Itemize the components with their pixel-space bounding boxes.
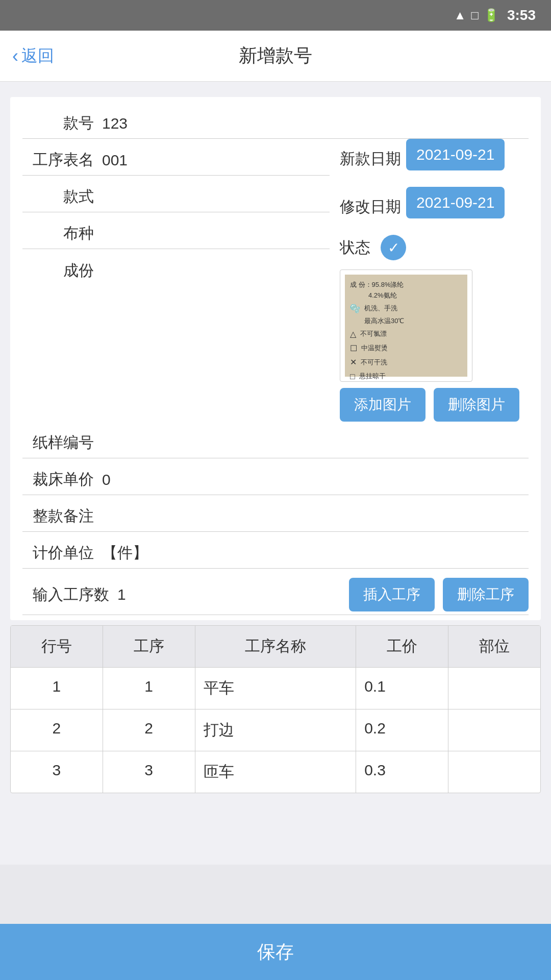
jijia-row: 计价单位 【件】: [22, 532, 529, 569]
kuanhao-label: 款号: [22, 113, 94, 134]
fabric-line4: 最高水温30℃: [350, 316, 462, 327]
cell-gongxu-mingcheng: 打边: [195, 709, 356, 751]
table-row[interactable]: 2 2 打边 0.2: [11, 709, 540, 751]
cell-gongjia: 0.2: [356, 709, 448, 751]
col-gongxu: 工序: [103, 626, 195, 668]
gongxu-biaoming-label: 工序表名: [22, 150, 94, 170]
fabric-label: 成 份：95.8%涤纶 4.2%氨纶 🫧 机洗、手洗 最高水温30℃ △ 不可氯…: [345, 275, 467, 377]
col-gongjia: 工价: [356, 626, 448, 668]
time-display: 3:53: [507, 7, 536, 23]
table-row[interactable]: 1 1 平车 0.1: [11, 668, 540, 709]
signal-icon: □: [471, 8, 479, 22]
col-buwei: 部位: [448, 626, 540, 668]
back-button[interactable]: ‹ 返回: [12, 45, 54, 67]
caichuang-danjia-value[interactable]: 0: [102, 471, 529, 488]
status-bar: ▲ □ 🔋 3:53: [0, 0, 551, 31]
cell-gongjia: 0.1: [356, 668, 448, 709]
cell-gongxu-mingcheng: 平车: [195, 668, 356, 709]
caichuang-danjia-label: 裁床单价: [22, 469, 94, 490]
left-column: 工序表名 001 款式 布种 成份: [22, 139, 330, 422]
xiugai-riqi-btn[interactable]: 2021-09-21: [406, 187, 505, 218]
process-action-buttons: 插入工序 删除工序: [349, 578, 529, 611]
cell-hanghao: 1: [11, 668, 103, 709]
jijia-value[interactable]: 【件】: [102, 543, 529, 564]
back-label: 返回: [21, 45, 54, 67]
cell-buwei: [448, 668, 540, 709]
kuanshi-row: 款式: [22, 176, 330, 212]
main-content: 款号 123 工序表名 001 款式: [0, 82, 551, 865]
col-gongxu-mingcheng: 工序名称: [195, 626, 356, 668]
process-count-row: 输入工序数 1 插入工序 删除工序: [22, 569, 529, 615]
delete-image-button[interactable]: 删除图片: [434, 388, 519, 422]
fabric-line7: 不可干洗: [361, 357, 387, 368]
zhuangtai-row: 状态 ✓: [340, 235, 529, 260]
xiugai-riqi-row: 修改日期 2021-09-21: [340, 187, 529, 227]
fabric-line6: 中温熨烫: [361, 343, 388, 354]
two-col-section: 工序表名 001 款式 布种 成份: [22, 139, 529, 422]
xinkuan-riqi-label: 新款日期: [340, 149, 401, 169]
form-body: 款号 123 工序表名 001 款式: [10, 97, 541, 620]
wifi-icon: ▲: [454, 8, 466, 22]
process-table: 行号 工序 工序名称 工价 部位 1 1 平车 0.1 2 2 打边 0.2 3…: [10, 625, 541, 793]
xinkuan-riqi-btn[interactable]: 2021-09-21: [406, 139, 505, 170]
zhengkuan-beizhu-row: 整款备注: [22, 495, 529, 532]
fabric-line1: 成 份：95.8%涤纶: [350, 280, 462, 290]
fabric-line5: 不可氯漂: [360, 329, 387, 339]
top-bar: ‹ 返回 新增款号: [0, 31, 551, 82]
fabric-line3: 机洗、手洗: [364, 303, 397, 314]
status-icons: ▲ □ 🔋: [454, 8, 499, 22]
image-buttons: 添加图片 删除图片: [340, 388, 529, 422]
kuanhao-value[interactable]: 123: [102, 115, 529, 132]
zhiyang-bianhao-row: 纸样编号: [22, 422, 529, 458]
cell-hanghao: 2: [11, 709, 103, 751]
page-title: 新增款号: [239, 43, 312, 68]
insert-process-button[interactable]: 插入工序: [349, 578, 435, 611]
add-image-button[interactable]: 添加图片: [340, 388, 425, 422]
caichuang-danjia-row: 裁床单价 0: [22, 458, 529, 495]
table-body: 1 1 平车 0.1 2 2 打边 0.2 3 3 匝车 0.3: [11, 668, 540, 793]
save-bar[interactable]: 保存: [0, 924, 551, 980]
col-hanghao: 行号: [11, 626, 103, 668]
table-header: 行号 工序 工序名称 工价 部位: [11, 626, 540, 668]
kuanhao-row: 款号 123: [22, 102, 529, 139]
kuanshi-label: 款式: [22, 186, 94, 207]
cell-gongxu-mingcheng: 匝车: [195, 751, 356, 793]
xiugai-riqi-label: 修改日期: [340, 197, 401, 217]
buzhong-label: 布种: [22, 223, 94, 244]
zhuangtai-label: 状态: [340, 237, 370, 258]
input-gongxu-label: 输入工序数: [22, 584, 109, 605]
zhiyang-bianhao-label: 纸样编号: [22, 432, 94, 453]
cell-buwei: [448, 751, 540, 793]
right-column: 新款日期 2021-09-21 修改日期 2021-09-21 状态 ✓: [340, 139, 529, 422]
gongxu-biaoming-row: 工序表名 001: [22, 139, 330, 176]
process-table-inner: 行号 工序 工序名称 工价 部位 1 1 平车 0.1 2 2 打边 0.2 3…: [11, 626, 540, 793]
cell-hanghao: 3: [11, 751, 103, 793]
jijia-label: 计价单位: [22, 543, 94, 564]
chengfen-label: 成份: [22, 260, 94, 281]
cell-gongxu: 2: [103, 709, 195, 751]
status-check[interactable]: ✓: [381, 235, 406, 260]
back-chevron-icon: ‹: [12, 47, 18, 65]
fabric-image-container: 成 份：95.8%涤纶 4.2%氨纶 🫧 机洗、手洗 最高水温30℃ △ 不可氯…: [340, 270, 472, 382]
process-count-left: 输入工序数 1: [22, 584, 126, 605]
gongxu-biaoming-value[interactable]: 001: [102, 152, 330, 169]
save-label: 保存: [257, 940, 294, 965]
fabric-line8: 悬挂晾干: [359, 371, 386, 382]
cell-gongxu: 1: [103, 668, 195, 709]
zhengkuan-beizhu-label: 整款备注: [22, 506, 94, 527]
chengfen-row: 成份: [22, 249, 330, 286]
header-row: 行号 工序 工序名称 工价 部位: [11, 626, 540, 668]
cell-gongxu: 3: [103, 751, 195, 793]
form-section: 款号 123 工序表名 001 款式: [10, 97, 541, 620]
buzhong-row: 布种: [22, 212, 330, 249]
input-gongxu-value[interactable]: 1: [117, 586, 126, 603]
cell-gongjia: 0.3: [356, 751, 448, 793]
cell-buwei: [448, 709, 540, 751]
fabric-line2: 4.2%氨纶: [350, 290, 462, 301]
battery-icon: 🔋: [484, 8, 499, 22]
table-row[interactable]: 3 3 匝车 0.3: [11, 751, 540, 793]
delete-process-button[interactable]: 删除工序: [443, 578, 529, 611]
xinkhuan-riqi-row: 新款日期 2021-09-21: [340, 139, 529, 179]
